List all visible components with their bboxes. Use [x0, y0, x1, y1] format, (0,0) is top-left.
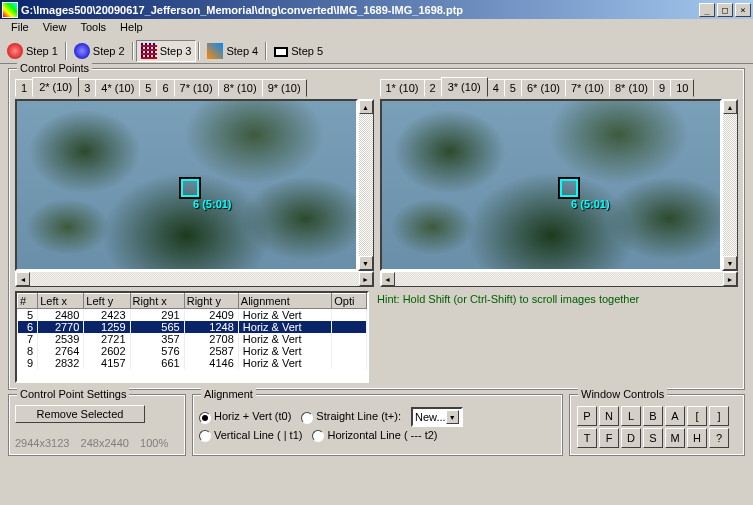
image-tab[interactable]: 5 [504, 79, 522, 97]
cp-marker-right[interactable] [558, 177, 580, 199]
cp-label-left: 6 (5:01) [193, 198, 232, 210]
alignment-group: Alignment Horiz + Vert (t0) Straight Lin… [192, 394, 563, 456]
wc-button-S[interactable]: S [643, 428, 663, 448]
left-vscroll[interactable]: ▲▼ [358, 99, 374, 271]
image-tab[interactable]: 3 [78, 79, 96, 97]
image-tab[interactable]: 5 [139, 79, 157, 97]
window-controls-group: Window Controls PNLBA[]TFDSMH? [569, 394, 745, 456]
image-tab[interactable]: 6 [156, 79, 174, 97]
col-header[interactable]: Alignment [238, 294, 331, 309]
wc-button-A[interactable]: A [665, 406, 685, 426]
right-vscroll[interactable]: ▲▼ [722, 99, 738, 271]
image-tab[interactable]: 7* (10) [565, 79, 610, 97]
radio-vl[interactable]: Vertical Line ( | t1) [199, 429, 302, 442]
cp-table[interactable]: #Left xLeft yRight xRight yAlignmentOpti… [15, 291, 369, 383]
image-tab[interactable]: 7* (10) [174, 79, 219, 97]
cps-legend: Control Point Settings [17, 388, 129, 400]
table-row[interactable]: 5248024232912409Horiz & Vert [18, 309, 367, 322]
radio-sl[interactable]: Straight Line (t+): [301, 410, 401, 423]
dim1: 2944x3123 [15, 437, 69, 449]
menu-file[interactable]: File [4, 19, 36, 38]
image-tab[interactable]: 3* (10) [441, 77, 488, 97]
table-row[interactable]: 8276426025762587Horiz & Vert [18, 345, 367, 357]
wc-buttons: PNLBA[]TFDSMH? [576, 405, 738, 449]
line-combo[interactable]: New...▼ [411, 407, 463, 427]
cp-marker-left[interactable] [179, 177, 201, 199]
titlebar: G:\Images500\20090617_Jefferson_Memorial… [0, 0, 753, 19]
step3-label: Step 3 [160, 45, 192, 57]
left-tabs: 12* (10)34* (10)567* (10)8* (10)9* (10) [15, 79, 374, 97]
table-row[interactable]: 6277012595651248Horiz & Vert [18, 321, 367, 333]
step1-icon [7, 43, 23, 59]
col-header[interactable]: Right x [130, 294, 184, 309]
menu-help[interactable]: Help [113, 19, 150, 38]
zoom: 100% [140, 437, 168, 449]
wc-button-T[interactable]: T [577, 428, 597, 448]
left-hscroll[interactable]: ◄► [15, 271, 374, 287]
image-tab[interactable]: 10 [670, 79, 694, 97]
step3-icon [141, 43, 157, 59]
menu-view[interactable]: View [36, 19, 74, 38]
col-header[interactable]: Right y [184, 294, 238, 309]
wc-button-x[interactable]: ] [709, 406, 729, 426]
step5-icon [274, 47, 288, 57]
separator [265, 42, 267, 60]
step3-button[interactable]: Step 3 [136, 40, 197, 62]
maximize-button[interactable]: □ [717, 3, 733, 17]
wc-button-H[interactable]: H [687, 428, 707, 448]
step1-button[interactable]: Step 1 [2, 40, 63, 62]
col-header[interactable]: # [18, 294, 38, 309]
separator [198, 42, 200, 60]
radio-hl[interactable]: Horizontal Line ( --- t2) [312, 429, 437, 442]
step4-button[interactable]: Step 4 [202, 40, 263, 62]
right-hscroll[interactable]: ◄► [380, 271, 739, 287]
step4-label: Step 4 [226, 45, 258, 57]
minimize-button[interactable]: _ [699, 3, 715, 17]
wc-button-F[interactable]: F [599, 428, 619, 448]
col-header[interactable]: Left y [84, 294, 130, 309]
image-tab[interactable]: 2 [424, 79, 442, 97]
image-tab[interactable]: 1* (10) [380, 79, 425, 97]
image-info: 2944x3123 248x2440 100% [15, 437, 179, 449]
wc-button-D[interactable]: D [621, 428, 641, 448]
image-tab[interactable]: 4 [487, 79, 505, 97]
image-tab[interactable]: 9 [653, 79, 671, 97]
col-header[interactable]: Left x [38, 294, 84, 309]
image-tab[interactable]: 9* (10) [262, 79, 307, 97]
toolbar: Step 1 Step 2 Step 3 Step 4 Step 5 [0, 38, 753, 64]
step5-button[interactable]: Step 5 [269, 40, 328, 62]
image-tab[interactable]: 1 [15, 79, 33, 97]
wc-button-L[interactable]: L [621, 406, 641, 426]
cp-legend: Control Points [17, 62, 92, 74]
image-tab[interactable]: 4* (10) [95, 79, 140, 97]
wc-button-?[interactable]: ? [709, 428, 729, 448]
remove-selected-button[interactable]: Remove Selected [15, 405, 145, 423]
step5-label: Step 5 [291, 45, 323, 57]
col-header[interactable]: Opti [332, 294, 367, 309]
right-image[interactable]: 6 (5:01) [380, 99, 723, 271]
wc-button-B[interactable]: B [643, 406, 663, 426]
table-row[interactable]: 7253927213572708Horiz & Vert [18, 333, 367, 345]
app-icon [2, 2, 18, 18]
table-row[interactable]: 9283241576614146Horiz & Vert [18, 357, 367, 369]
window-title: G:\Images500\20090617_Jefferson_Memorial… [21, 4, 697, 16]
wc-legend: Window Controls [578, 388, 667, 400]
menu-tools[interactable]: Tools [73, 19, 113, 38]
radio-hv[interactable]: Horiz + Vert (t0) [199, 410, 291, 423]
step2-label: Step 2 [93, 45, 125, 57]
image-tab[interactable]: 6* (10) [521, 79, 566, 97]
image-tab[interactable]: 8* (10) [218, 79, 263, 97]
align-legend: Alignment [201, 388, 256, 400]
wc-button-P[interactable]: P [577, 406, 597, 426]
wc-button-N[interactable]: N [599, 406, 619, 426]
close-button[interactable]: × [735, 3, 751, 17]
left-image[interactable]: 6 (5:01) [15, 99, 358, 271]
image-tab[interactable]: 8* (10) [609, 79, 654, 97]
right-tabs: 1* (10)23* (10)456* (10)7* (10)8* (10)91… [380, 79, 739, 97]
wc-button-x[interactable]: [ [687, 406, 707, 426]
step2-button[interactable]: Step 2 [69, 40, 130, 62]
control-points-group: Control Points 12* (10)34* (10)567* (10)… [8, 68, 745, 390]
separator [132, 42, 134, 60]
image-tab[interactable]: 2* (10) [32, 77, 79, 97]
wc-button-M[interactable]: M [665, 428, 685, 448]
